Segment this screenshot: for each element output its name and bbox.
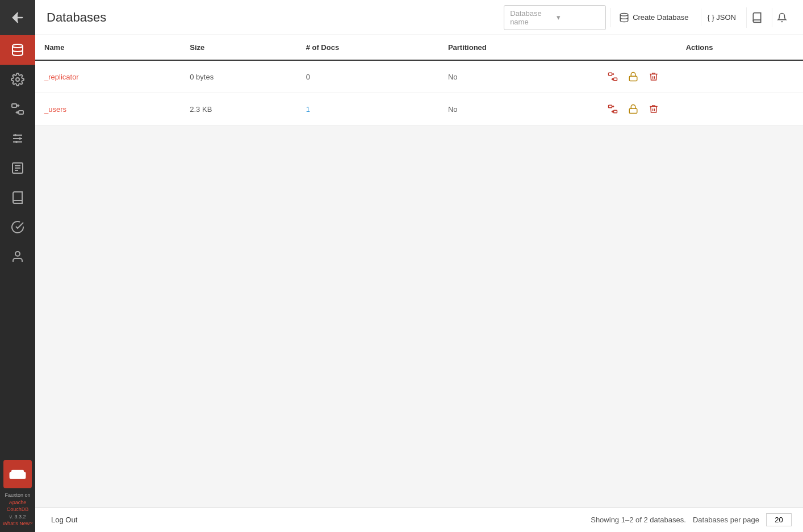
footer: Log Out Showing 1–2 of 2 databases. Data… <box>35 507 803 532</box>
showing-count: Showing 1–2 of 2 databases. <box>591 516 686 524</box>
table-row: _users2.3 KB1No <box>35 93 803 125</box>
svg-rect-27 <box>614 110 617 113</box>
db-name-cell: _replicator <box>35 60 181 93</box>
db-name-placeholder: Database name <box>510 9 553 26</box>
col-docs: # of Docs <box>297 35 439 60</box>
sidebar-item-config[interactable] <box>0 124 35 153</box>
notification-button[interactable] <box>772 8 792 27</box>
database-name-select[interactable]: Database name <box>504 5 606 30</box>
sidebar: Fauxton on Apache CouchDB v. 3.3.2 What'… <box>0 0 35 532</box>
svg-point-8 <box>14 134 16 136</box>
db-name-link[interactable]: _users <box>44 105 66 114</box>
svg-point-15 <box>15 252 20 256</box>
db-actions-cell <box>596 93 803 125</box>
whats-new-link[interactable]: What's New? <box>0 520 35 527</box>
couchdb-logo <box>3 460 32 488</box>
svg-point-2 <box>16 78 19 81</box>
topbar: Databases Database name Create Database <box>35 0 803 35</box>
create-db-icon <box>619 12 629 23</box>
log-out-button[interactable]: Log Out <box>47 513 82 526</box>
svg-point-20 <box>620 13 628 16</box>
sidebar-item-activetasks[interactable] <box>0 153 35 183</box>
delete-icon[interactable] <box>646 101 662 117</box>
content-area: Name Size # of Docs Partitioned Actions … <box>35 35 803 507</box>
create-database-button[interactable]: Create Database <box>610 8 696 27</box>
json-button[interactable]: { } JSON <box>701 9 742 26</box>
svg-rect-22 <box>614 78 617 81</box>
databases-table: Name Size # of Docs Partitioned Actions … <box>35 35 803 125</box>
doc-count-link[interactable]: 1 <box>306 105 310 114</box>
db-size-cell: 0 bytes <box>181 60 296 93</box>
footer-right: Showing 1–2 of 2 databases. Databases pe… <box>591 513 792 526</box>
json-label: { } JSON <box>707 13 736 22</box>
sidebar-item-user[interactable] <box>0 242 35 271</box>
col-size: Size <box>181 35 296 60</box>
svg-rect-3 <box>12 104 16 107</box>
svg-point-9 <box>19 137 21 140</box>
svg-rect-26 <box>609 105 612 108</box>
topbar-actions: Database name Create Database { } JSON <box>504 5 792 30</box>
replicate-icon[interactable] <box>605 101 621 117</box>
svg-rect-30 <box>629 108 637 113</box>
sidebar-bottom: Fauxton on Apache CouchDB v. 3.3.2 What'… <box>0 460 35 532</box>
replicate-icon[interactable] <box>605 69 621 85</box>
documentation-icon-button[interactable] <box>746 7 767 28</box>
table-header-row: Name Size # of Docs Partitioned Actions <box>35 35 803 60</box>
bell-icon <box>777 12 787 23</box>
apache-couchdb-link[interactable]: Apache CouchDB <box>0 499 35 513</box>
sidebar-item-replication[interactable] <box>0 94 35 124</box>
chevron-down-icon <box>557 13 600 22</box>
page-title: Databases <box>47 10 504 25</box>
db-actions-cell <box>596 60 803 93</box>
delete-icon[interactable] <box>646 69 662 85</box>
db-name-link[interactable]: _replicator <box>44 73 79 81</box>
footer-left: Log Out <box>47 513 82 526</box>
svg-rect-25 <box>629 76 637 81</box>
db-docs-cell: 0 <box>297 60 439 93</box>
db-docs-cell: 1 <box>297 93 439 125</box>
col-name: Name <box>35 35 181 60</box>
per-page-label: Databases per page <box>693 516 759 524</box>
security-icon[interactable] <box>625 101 641 117</box>
sidebar-item-verify[interactable] <box>0 212 35 242</box>
table-row: _replicator0 bytes0No <box>35 60 803 93</box>
version-info: Fauxton on Apache CouchDB v. 3.3.2 What'… <box>0 492 35 527</box>
main-content: Databases Database name Create Database <box>35 0 803 532</box>
sidebar-item-databases[interactable] <box>0 35 35 65</box>
security-icon[interactable] <box>625 69 641 85</box>
svg-rect-19 <box>11 470 24 475</box>
col-partitioned: Partitioned <box>439 35 596 60</box>
svg-rect-21 <box>609 73 612 76</box>
svg-point-10 <box>15 141 18 143</box>
sidebar-back-button[interactable] <box>0 0 35 35</box>
db-partitioned-cell: No <box>439 93 596 125</box>
col-actions: Actions <box>596 35 803 60</box>
per-page-input[interactable] <box>766 513 792 526</box>
create-db-label: Create Database <box>633 13 688 22</box>
db-size-cell: 2.3 KB <box>181 93 296 125</box>
svg-point-1 <box>12 44 23 48</box>
db-partitioned-cell: No <box>439 60 596 93</box>
book-icon <box>751 12 763 23</box>
sidebar-item-documentation[interactable] <box>0 183 35 212</box>
db-name-cell: _users <box>35 93 181 125</box>
sidebar-item-setup[interactable] <box>0 65 35 94</box>
svg-rect-4 <box>19 111 23 114</box>
